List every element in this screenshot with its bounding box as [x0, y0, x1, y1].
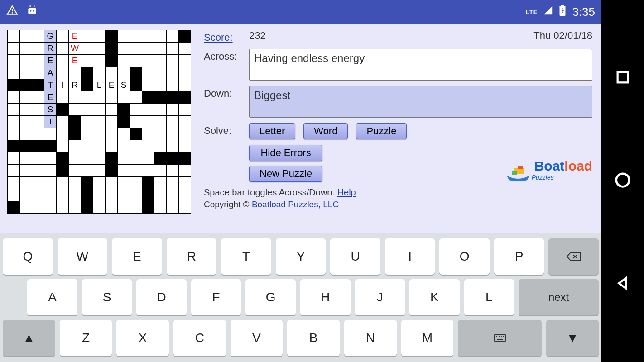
grid-cell[interactable]	[93, 189, 106, 201]
grid-cell[interactable]	[167, 177, 179, 189]
grid-cell[interactable]	[130, 55, 142, 67]
key-w[interactable]: W	[58, 238, 108, 275]
grid-cell[interactable]	[32, 152, 44, 165]
grid-cell[interactable]	[57, 91, 69, 104]
recent-apps-button[interactable]	[615, 70, 630, 86]
grid-cell[interactable]	[167, 189, 179, 201]
grid-cell[interactable]	[44, 165, 57, 177]
grid-cell[interactable]	[106, 140, 118, 152]
grid-cell[interactable]	[167, 30, 179, 43]
solve-puzzle-button[interactable]: Puzzle	[356, 123, 407, 139]
key-d[interactable]: D	[136, 279, 187, 315]
grid-cell[interactable]	[32, 104, 44, 116]
grid-cell[interactable]	[118, 165, 130, 177]
key-m[interactable]: M	[401, 320, 454, 356]
grid-cell[interactable]	[20, 91, 32, 104]
grid-cell[interactable]	[93, 165, 106, 177]
grid-cell[interactable]	[81, 30, 93, 43]
key-k[interactable]: K	[409, 279, 460, 315]
grid-cell[interactable]	[32, 55, 44, 67]
grid-cell[interactable]	[142, 140, 154, 152]
grid-cell[interactable]: T	[44, 116, 57, 128]
grid-cell[interactable]	[154, 116, 167, 128]
crossword-grid[interactable]: GERWEEATIRELESSEST	[7, 30, 191, 214]
grid-cell[interactable]	[57, 43, 69, 55]
grid-cell[interactable]	[142, 152, 154, 165]
grid-cell[interactable]	[154, 177, 167, 189]
grid-cell[interactable]	[179, 67, 191, 79]
grid-cell[interactable]	[154, 104, 167, 116]
grid-cell[interactable]: E	[44, 91, 57, 104]
key-z[interactable]: Z	[60, 320, 112, 356]
grid-cell[interactable]: R	[69, 79, 81, 91]
grid-cell[interactable]: W	[69, 43, 81, 55]
grid-cell[interactable]	[57, 128, 69, 140]
copyright-link[interactable]: Boatload Puzzles, LLC	[252, 200, 339, 209]
grid-cell[interactable]	[8, 43, 20, 55]
help-link[interactable]: Help	[337, 187, 356, 197]
grid-cell[interactable]	[81, 104, 93, 116]
key-r[interactable]: R	[167, 238, 217, 275]
grid-cell[interactable]	[93, 91, 106, 104]
grid-cell[interactable]	[93, 67, 106, 79]
grid-cell[interactable]	[142, 116, 154, 128]
grid-cell[interactable]	[167, 104, 179, 116]
grid-cell[interactable]	[93, 128, 106, 140]
grid-cell[interactable]	[130, 140, 142, 152]
grid-cell[interactable]	[8, 189, 20, 201]
grid-cell[interactable]	[130, 91, 142, 104]
grid-cell[interactable]	[93, 30, 106, 43]
grid-cell[interactable]	[93, 140, 106, 152]
grid-cell[interactable]	[32, 201, 44, 214]
grid-cell[interactable]	[167, 79, 179, 91]
grid-cell[interactable]	[57, 189, 69, 201]
grid-cell[interactable]	[179, 189, 191, 201]
grid-cell[interactable]	[130, 30, 142, 43]
grid-cell[interactable]	[20, 201, 32, 214]
grid-cell[interactable]	[154, 140, 167, 152]
grid-cell[interactable]	[130, 152, 142, 165]
grid-cell[interactable]	[8, 152, 20, 165]
key-o[interactable]: O	[439, 238, 490, 275]
grid-cell[interactable]	[118, 201, 130, 214]
grid-cell[interactable]	[81, 91, 93, 104]
grid-cell[interactable]	[118, 189, 130, 201]
grid-cell[interactable]	[118, 55, 130, 67]
grid-cell[interactable]	[69, 104, 81, 116]
grid-cell[interactable]	[8, 67, 20, 79]
grid-cell[interactable]	[154, 201, 167, 214]
grid-cell[interactable]	[20, 104, 32, 116]
key-s[interactable]: S	[82, 279, 132, 315]
grid-cell[interactable]	[8, 177, 20, 189]
grid-cell[interactable]	[32, 30, 44, 43]
grid-cell[interactable]	[57, 30, 69, 43]
grid-cell[interactable]	[32, 189, 44, 201]
grid-cell[interactable]	[142, 30, 154, 43]
grid-cell[interactable]	[32, 177, 44, 189]
grid-cell[interactable]	[20, 128, 32, 140]
grid-cell[interactable]	[106, 177, 118, 189]
grid-cell[interactable]	[179, 43, 191, 55]
grid-cell[interactable]: E	[106, 79, 118, 91]
grid-cell[interactable]: E	[69, 30, 81, 43]
grid-cell[interactable]	[106, 128, 118, 140]
grid-cell[interactable]	[179, 55, 191, 67]
grid-cell[interactable]	[167, 201, 179, 214]
grid-cell[interactable]	[20, 43, 32, 55]
grid-cell[interactable]	[118, 140, 130, 152]
grid-cell[interactable]	[20, 189, 32, 201]
grid-cell[interactable]	[106, 189, 118, 201]
grid-cell[interactable]	[106, 116, 118, 128]
grid-cell[interactable]	[44, 177, 57, 189]
hide-errors-button[interactable]: Hide Errors	[249, 145, 322, 161]
key-c[interactable]: C	[173, 320, 226, 356]
grid-cell[interactable]	[179, 79, 191, 91]
key-v[interactable]: V	[231, 320, 283, 356]
grid-cell[interactable]	[167, 43, 179, 55]
grid-cell[interactable]	[142, 43, 154, 55]
grid-cell[interactable]	[20, 165, 32, 177]
solve-letter-button[interactable]: Letter	[249, 123, 295, 139]
grid-cell[interactable]	[20, 152, 32, 165]
grid-cell[interactable]	[142, 79, 154, 91]
grid-cell[interactable]	[44, 189, 57, 201]
